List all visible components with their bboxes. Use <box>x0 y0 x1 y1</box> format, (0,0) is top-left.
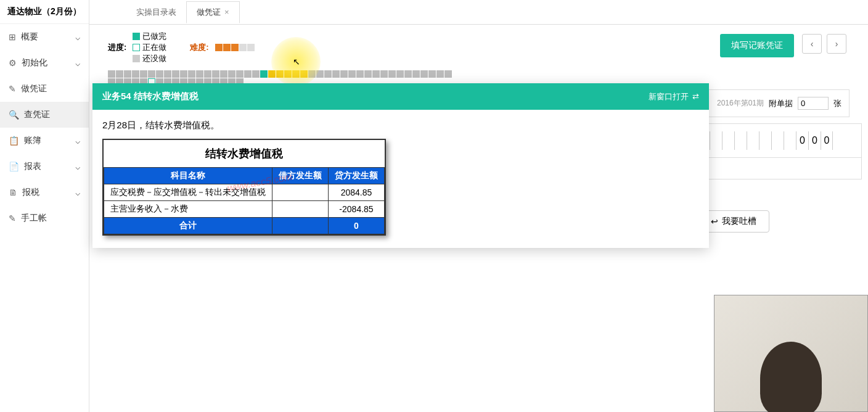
sidebar-label: 做凭证 <box>21 83 80 94</box>
sidebar-item-0[interactable]: ⊞概要⌵ <box>0 24 89 50</box>
progress-cell[interactable] <box>372 70 380 78</box>
attach-label: 附单据 <box>769 98 793 109</box>
progress-cell[interactable] <box>332 70 340 78</box>
star-icon <box>231 44 239 51</box>
voucher-period: 2016年第01期 <box>717 98 764 109</box>
progress-cell[interactable] <box>300 70 308 78</box>
progress-cell[interactable] <box>404 70 412 78</box>
progress-cell[interactable] <box>156 70 163 78</box>
progress-cell[interactable] <box>308 70 316 78</box>
progress-cell[interactable] <box>444 70 452 78</box>
sidebar-label: 报税 <box>22 187 75 198</box>
detail-table-wrap: 结转水费增值税 科目名称借方发生额贷方发生额 应交税费－应交增值税－转出未交增值… <box>102 139 386 236</box>
progress-cell[interactable] <box>196 70 203 78</box>
progress-cell[interactable] <box>428 70 436 78</box>
modal-description: 2月28日，结转水费增值税。 <box>102 120 699 131</box>
progress-cell[interactable] <box>388 70 396 78</box>
sidebar-item-5[interactable]: 📄报表⌵ <box>0 154 89 179</box>
sidebar-label: 手工帐 <box>21 213 80 224</box>
star-icon <box>247 44 255 51</box>
progress-cell[interactable] <box>316 70 324 78</box>
progress-cell[interactable] <box>132 70 139 78</box>
sidebar-item-1[interactable]: ⚙初始化⌵ <box>0 50 89 76</box>
progress-cell[interactable] <box>212 70 219 78</box>
attach-count-input[interactable] <box>798 97 829 110</box>
progress-cell[interactable] <box>348 70 356 78</box>
progress-cell[interactable] <box>228 70 235 78</box>
progress-cell[interactable] <box>260 70 268 78</box>
sidebar-icon: 📋 <box>9 136 19 146</box>
legend-not: 还没做 <box>133 53 166 64</box>
next-button[interactable]: › <box>827 34 846 54</box>
total-debit <box>272 218 329 234</box>
progress-cell[interactable] <box>340 70 348 78</box>
progress-cell[interactable] <box>412 70 420 78</box>
progress-cell[interactable] <box>268 70 276 78</box>
progress-cell[interactable] <box>252 70 260 78</box>
legend-text: 已做完 <box>142 31 166 42</box>
chevron-down-icon: ⌵ <box>75 187 80 197</box>
progress-cell[interactable] <box>140 70 147 78</box>
sidebar-item-7[interactable]: ✎手工帐 <box>0 205 89 231</box>
cell-name: 主营业务收入－水费 <box>104 201 272 218</box>
webcam-overlay <box>714 295 868 412</box>
star-icon <box>215 44 223 51</box>
chevron-down-icon: ⌵ <box>75 58 80 68</box>
legend-done: 已做完 <box>133 31 166 42</box>
action-icon: ↩ <box>711 216 718 226</box>
progress-cell[interactable] <box>164 70 171 78</box>
progress-cell[interactable] <box>124 70 131 78</box>
sidebar-label: 查凭证 <box>24 109 80 120</box>
difficulty-stars <box>215 44 255 51</box>
progress-cell[interactable] <box>244 70 252 78</box>
progress-cell[interactable] <box>180 70 187 78</box>
progress-cell[interactable] <box>220 70 227 78</box>
fill-voucher-button[interactable]: 填写记账凭证 <box>720 34 794 57</box>
sidebar-item-4[interactable]: 📋账簿⌵ <box>0 128 89 154</box>
total-label: 合计 <box>104 218 272 234</box>
progress-cell[interactable] <box>436 70 444 78</box>
modal-header: 业务54 结转水费增值税 新窗口打开 ⇄ <box>92 83 709 110</box>
progress-cell[interactable] <box>396 70 404 78</box>
tab-label: 做凭证 <box>197 7 221 17</box>
tab-0[interactable]: 实操目录表 <box>126 2 186 23</box>
sidebar-item-6[interactable]: 🗎报税⌵ <box>0 179 89 205</box>
progress-cell[interactable] <box>356 70 364 78</box>
close-icon[interactable]: × <box>224 7 229 17</box>
sidebar-icon: ⊞ <box>9 32 16 42</box>
num-cell <box>734 131 747 150</box>
progress-cell[interactable] <box>188 70 195 78</box>
progress-cell[interactable] <box>148 70 155 78</box>
cell-credit: 2084.85 <box>329 184 385 201</box>
progress-cell[interactable] <box>172 70 179 78</box>
progress-cell[interactable] <box>380 70 388 78</box>
progress-cell[interactable] <box>420 70 428 78</box>
tab-label: 实操目录表 <box>136 7 176 17</box>
detail-table: 结转水费增值税 科目名称借方发生额贷方发生额 应交税费－应交增值税－转出未交增值… <box>104 140 385 234</box>
progress-cell[interactable] <box>364 70 372 78</box>
table-header: 借方发生额 <box>272 168 329 184</box>
progress-cell[interactable] <box>324 70 332 78</box>
prev-button[interactable]: ‹ <box>802 34 822 54</box>
sidebar-icon: 🗎 <box>9 187 17 197</box>
progress-cell[interactable] <box>116 70 123 78</box>
cell-name: 应交税费－应交增值税－转出未交增值税 <box>104 184 272 201</box>
modal-title: 业务54 结转水费增值税 <box>102 91 199 102</box>
modal-body: 2月28日，结转水费增值税。 结转水费增值税 科目名称借方发生额贷方发生额 应交… <box>92 110 709 248</box>
progress-cell[interactable] <box>284 70 292 78</box>
sidebar-icon: ✎ <box>9 84 16 94</box>
num-cell <box>710 131 722 150</box>
num-cell <box>759 131 771 150</box>
tab-1[interactable]: 做凭证× <box>186 1 240 23</box>
progress-cell[interactable] <box>292 70 300 78</box>
legend-text: 正在做 <box>142 42 166 53</box>
progress-cell[interactable] <box>276 70 284 78</box>
progress-cell[interactable] <box>236 70 244 78</box>
progress-cell[interactable] <box>204 70 211 78</box>
sidebar-title: 通达物业（2月份） <box>0 0 89 24</box>
sidebar-item-2[interactable]: ✎做凭证 <box>0 76 89 102</box>
difficulty-label: 难度: <box>190 42 208 53</box>
sidebar-item-3[interactable]: 🔍查凭证 <box>0 102 89 128</box>
progress-cell[interactable] <box>108 70 115 78</box>
open-new-window-button[interactable]: 新窗口打开 ⇄ <box>649 91 699 102</box>
